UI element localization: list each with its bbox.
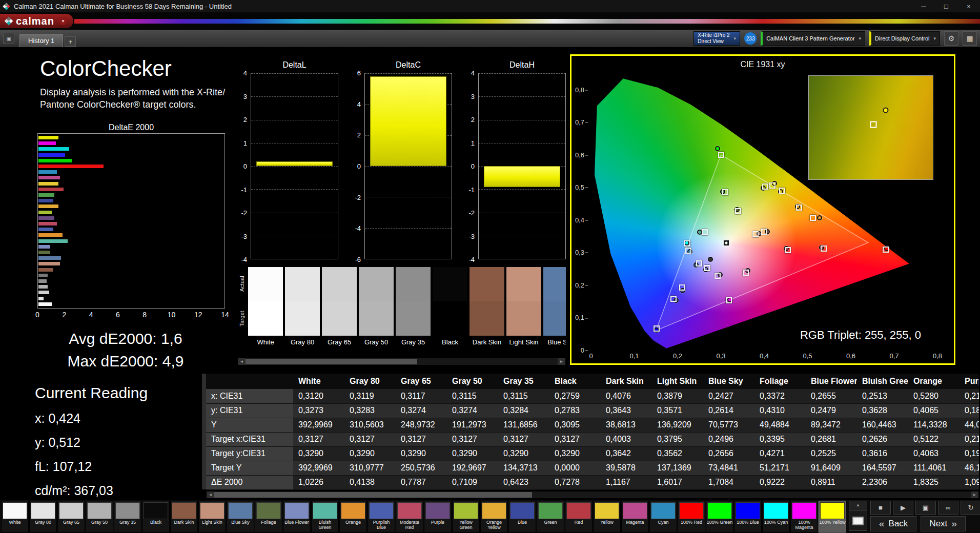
deltah-ytick-label: 3 xyxy=(471,92,475,100)
meter-count-badge[interactable]: 233 xyxy=(744,32,757,45)
back-button[interactable]: « Back xyxy=(870,516,916,531)
pattern-window-button[interactable] xyxy=(849,510,867,531)
meter-name: X-Rite i1Pro 2 xyxy=(698,32,729,38)
toolbar-patch-cyan[interactable]: Cyan xyxy=(649,501,677,532)
max-de2000-value: Max dE2000: 4,9 xyxy=(38,353,213,370)
settings-gear-icon[interactable]: ⚙ xyxy=(944,31,958,46)
scroll-left-icon[interactable]: ◄ xyxy=(207,491,214,498)
patch-label: Green xyxy=(544,520,557,525)
tab-history-1[interactable]: History 1 xyxy=(19,34,63,47)
deltal-ytick-label: -1 xyxy=(241,186,247,193)
close-button[interactable]: × xyxy=(959,1,978,12)
gridline xyxy=(365,166,452,167)
cie-inset-zoom xyxy=(808,75,933,180)
layout-nav-icon[interactable]: ▣ xyxy=(3,33,14,44)
meter-dropdown[interactable]: X-Rite i1Pro 2 Direct View ▾ xyxy=(693,31,740,46)
loop-icon[interactable]: ∞ xyxy=(938,501,958,515)
toolbar-patch-gray-80[interactable]: Gray 80 xyxy=(29,501,57,532)
toolbar-patch-purplish-blue[interactable]: Purplish Blue xyxy=(368,501,395,532)
table-scrollbar[interactable]: ◄ ► xyxy=(206,491,979,499)
toolbar-patch-gray-50[interactable]: Gray 50 xyxy=(86,501,113,532)
toolbar-patch-magenta[interactable]: Magenta xyxy=(621,501,649,532)
table-cell: 51,2171 xyxy=(754,461,806,475)
toolbar-patch-white[interactable]: White xyxy=(1,501,29,532)
toolbar-patch-gray-65[interactable]: Gray 65 xyxy=(57,501,85,532)
toolbar-patch-green[interactable]: Green xyxy=(537,501,564,532)
swatch-label: Light Skin xyxy=(506,338,542,346)
toolbar-patch-100-red[interactable]: 100% Red xyxy=(678,501,705,532)
swatch-block xyxy=(469,266,505,336)
table-cell: 0,4271 xyxy=(754,446,806,461)
display-control-dropdown[interactable]: Direct Display Control ▾ xyxy=(869,31,940,46)
table-cell: 89,3472 xyxy=(806,418,857,432)
scroll-right-icon[interactable]: ► xyxy=(971,491,978,498)
toolbar-patch-moderate-red[interactable]: Moderate Red xyxy=(396,501,423,532)
table-cell: 46,1 xyxy=(959,461,979,475)
toolbar-patch-100-green[interactable]: 100% Green xyxy=(706,501,733,532)
toolbar-patch-100-cyan[interactable]: 100% Cyan xyxy=(762,501,790,532)
maximize-button[interactable]: □ xyxy=(937,1,955,12)
toolbar-patch-orange[interactable]: Orange xyxy=(339,501,367,532)
logo-menu-caret-icon[interactable]: ▼ xyxy=(59,17,67,25)
toolbar-patch-purple[interactable]: Purple xyxy=(424,501,452,532)
cie-xtick-label: 0,3 xyxy=(716,352,725,360)
strip-scroll-thumb[interactable] xyxy=(246,359,417,364)
stop-icon[interactable]: ■ xyxy=(870,501,891,515)
collapse-toolbar-icon[interactable]: ▲ xyxy=(849,501,867,509)
minimize-button[interactable]: ─ xyxy=(914,1,933,12)
pattern-window-icon xyxy=(852,517,864,525)
deltac-bar xyxy=(370,76,446,166)
cie-point-target xyxy=(685,248,691,254)
toolbar-patch-yellow-green[interactable]: Yellow Green xyxy=(452,501,480,532)
table-row-label: Target Y xyxy=(206,461,293,475)
table-cell: 0,3290 xyxy=(498,446,549,461)
toolbar-patch-foliage[interactable]: Foliage xyxy=(255,501,282,532)
deltah-ytick-label: -2 xyxy=(468,209,475,217)
play-icon[interactable]: ▶ xyxy=(893,501,913,515)
scroll-right-icon[interactable]: ► xyxy=(558,358,565,365)
table-scroll-track[interactable] xyxy=(214,491,971,498)
strip-scrollbar[interactable]: ◄ ► xyxy=(237,358,566,365)
patch-swatch xyxy=(736,502,760,519)
deltae-bar xyxy=(38,165,104,168)
sync-icon[interactable]: ↻ xyxy=(961,501,980,515)
patch-label: 100% Green xyxy=(707,520,733,525)
pattern-generator-dropdown[interactable]: CalMAN Client 3 Pattern Generator ▾ xyxy=(761,31,865,46)
strip-scroll-track[interactable] xyxy=(246,358,558,365)
next-button[interactable]: Next » xyxy=(921,516,966,531)
toolbar-patch-black[interactable]: Black xyxy=(142,501,170,532)
toolbar-patch-blue-sky[interactable]: Blue Sky xyxy=(227,501,254,532)
deltah-ytick-label: -4 xyxy=(468,256,475,263)
swatch-target xyxy=(469,301,504,336)
calman-logo[interactable]: calman ▼ xyxy=(0,14,73,28)
toolbar-patch-100-yellow[interactable]: 100% Yellow xyxy=(819,501,846,532)
scroll-left-icon[interactable]: ◄ xyxy=(238,358,246,365)
cie-point-target xyxy=(714,273,721,279)
toolbar-patch-orange-yellow[interactable]: Orange Yellow xyxy=(480,501,508,532)
toolbar-patch-red[interactable]: Red xyxy=(565,501,593,532)
deltal-plot xyxy=(251,73,338,259)
pattern-window-icon[interactable]: ▣ xyxy=(915,501,936,515)
cie-ytick-label: 0,6 xyxy=(575,151,588,158)
patch-swatch xyxy=(510,502,535,519)
toolbar-patch-gray-35[interactable]: Gray 35 xyxy=(114,501,141,532)
gridline xyxy=(251,189,338,190)
toolbar-patch-bluish-green[interactable]: Bluish Green xyxy=(311,501,339,532)
table-row-label: y: CIE31 xyxy=(206,403,293,418)
patch-label: Purplish Blue xyxy=(368,520,395,530)
table-scroll-thumb[interactable] xyxy=(214,492,532,498)
toolbar-patch-light-skin[interactable]: Light Skin xyxy=(198,501,226,532)
cie-xtick-label: 0,7 xyxy=(889,352,899,360)
toolbar-patch-blue-flower[interactable]: Blue Flower xyxy=(283,501,311,532)
toolbar-patch-blue[interactable]: Blue xyxy=(508,501,536,532)
table-header-cell: Black xyxy=(549,374,601,389)
toolbar-patch-yellow[interactable]: Yellow xyxy=(593,501,621,532)
table-row-label: Target x:CIE31 xyxy=(206,432,293,446)
workspace-layout-icon[interactable]: ▦ xyxy=(963,31,977,46)
toolbar-patch-100-magenta[interactable]: 100% Magenta xyxy=(790,501,818,532)
add-tab-button[interactable]: + xyxy=(65,36,76,47)
swatch-actual xyxy=(396,267,431,301)
toolbar-patch-100-blue[interactable]: 100% Blue xyxy=(734,501,762,532)
toolbar-patch-dark-skin[interactable]: Dark Skin xyxy=(170,501,198,532)
swatch-label: Black xyxy=(432,338,468,346)
